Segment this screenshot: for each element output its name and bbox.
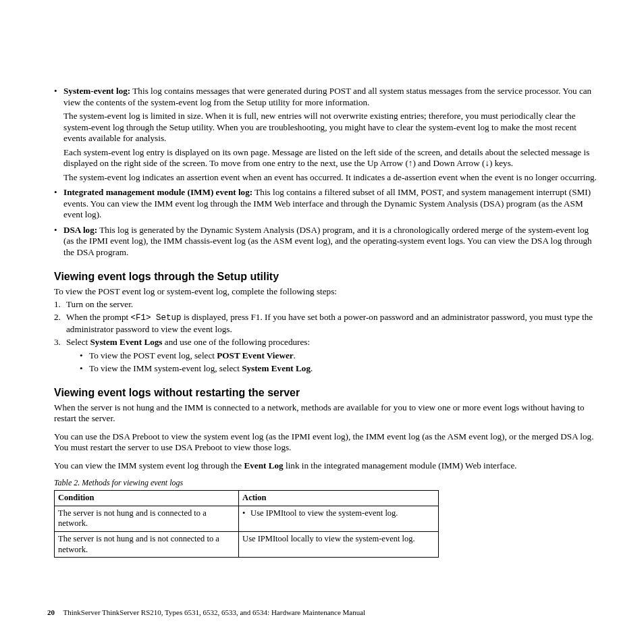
list-item: 2. When the prompt <F1> Setup is display… — [54, 312, 597, 335]
step-text: Turn on the server. — [66, 299, 597, 311]
list-item: 1. Turn on the server. — [54, 299, 597, 311]
list-item: • To view the IMM system-event log, sele… — [80, 363, 597, 375]
bullet-icon: • — [80, 363, 89, 375]
section-para: You can view the IMM system event log th… — [54, 460, 597, 472]
step-number: 3. — [54, 337, 66, 377]
log-title: DSA log: — [63, 225, 97, 235]
table-caption: Table 2. Methods for viewing event logs — [54, 478, 597, 488]
footer-text: ThinkServer ThinkServer RS210, Types 653… — [63, 608, 366, 616]
bullet-icon: • — [54, 86, 63, 186]
step-number: 2. — [54, 312, 66, 335]
section-para: When the server is not hung and the IMM … — [54, 402, 597, 425]
section-heading-restart: Viewing event logs without restarting th… — [54, 386, 597, 400]
section-para: You can use the DSA Preboot to view the … — [54, 431, 597, 454]
list-item: • DSA log: This log is generated by the … — [54, 225, 597, 261]
table-header-row: Condition Action — [55, 491, 439, 506]
code-text: <F1> Setup — [131, 313, 182, 323]
list-item: • To view the POST event log, select POS… — [80, 350, 597, 362]
bold-text: Event Log — [244, 460, 283, 471]
bullet-icon: • — [54, 187, 63, 223]
methods-table: Condition Action The server is not hung … — [54, 490, 439, 558]
cell-action: Use IPMItool locally to view the system-… — [239, 532, 439, 558]
step-text: When the prompt <F1> Setup is displayed,… — [66, 312, 597, 335]
log-desc: This log is generated by the Dynamic Sys… — [63, 225, 592, 257]
steps-list: 1. Turn on the server. 2. When the promp… — [54, 299, 597, 377]
log-para: Each system-event log entry is displayed… — [63, 147, 597, 169]
list-item: • Integrated management module (IMM) eve… — [54, 187, 597, 223]
log-title: System-event log: — [63, 86, 130, 96]
cell-action: • Use IPMItool to view the system-event … — [239, 506, 439, 531]
cell-condition: The server is not hung and is connected … — [55, 506, 239, 531]
section-heading-setup: Viewing event logs through the Setup uti… — [54, 270, 597, 284]
sub-list: • To view the POST event log, select POS… — [66, 350, 597, 375]
log-para: The system-event log indicates an assert… — [63, 172, 597, 184]
table-row: The server is not hung and is not connec… — [55, 532, 439, 558]
list-item: • System-event log: This log contains me… — [54, 86, 597, 186]
column-header-condition: Condition — [55, 491, 239, 506]
bullet-icon: • — [242, 508, 250, 519]
log-para: The system-event log is limited in size.… — [63, 111, 597, 144]
list-item: 3. Select System Event Logs and use one … — [54, 337, 597, 377]
cell-condition: The server is not hung and is not connec… — [55, 532, 239, 558]
page-number: 20 — [47, 608, 55, 616]
bold-text: POST Event Viewer — [217, 350, 293, 360]
table-row: The server is not hung and is connected … — [55, 506, 439, 531]
bold-text: System Event Log — [242, 363, 311, 373]
page-footer: 20 ThinkServer ThinkServer RS210, Types … — [47, 608, 365, 618]
down-arrow-icon: ↓ — [485, 158, 489, 168]
document-page: • System-event log: This log contains me… — [0, 0, 644, 644]
log-title: Integrated management module (IMM) event… — [63, 187, 252, 197]
step-number: 1. — [54, 299, 66, 311]
bullet-icon: • — [54, 225, 63, 261]
column-header-action: Action — [239, 491, 439, 506]
log-types-list: • System-event log: This log contains me… — [54, 86, 597, 261]
bold-text: System Event Logs — [90, 337, 163, 347]
log-desc: This log contains messages that were gen… — [63, 86, 591, 107]
section-intro: To view the POST event log or system-eve… — [54, 286, 597, 298]
bullet-icon: • — [80, 350, 89, 362]
